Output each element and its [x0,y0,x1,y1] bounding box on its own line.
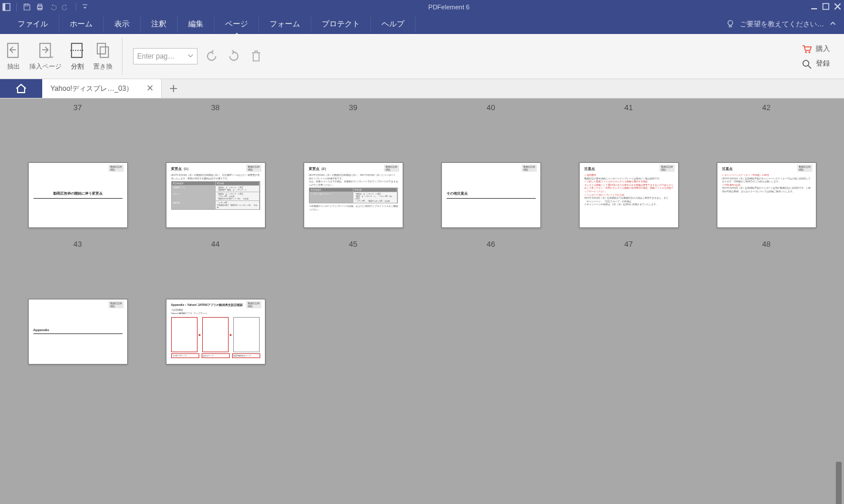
page-slot-40[interactable]: 40 動画広告枠開始 その他注意点 [431,103,551,228]
app-logo-icon [2,3,11,11]
svg-rect-12 [100,47,108,57]
page-number: 45 [349,240,357,248]
delete-button[interactable] [248,48,264,64]
menu-view[interactable]: 表示 [104,15,141,33]
replace-label: 置き換 [93,62,113,71]
rotate-left-button[interactable] [203,48,220,64]
menu-edit[interactable]: 編集 [178,15,215,33]
menu-protect[interactable]: プロテクト [311,15,371,33]
page-slot-37[interactable]: 37 動画広告枠開始 動画広告枠の開始に伴う変更点 [18,103,138,228]
chevron-down-icon [188,52,193,60]
document-tab[interactable]: Yahoo!ディスプレ…_03） [42,79,162,98]
page-number: 43 [73,240,81,248]
menu-annotate[interactable]: 注釈 [141,15,178,33]
titlebar: PDFelement 6 [0,0,844,14]
page-slot-41[interactable]: 41 動画広告枠開始 注意点 ✓ 追加箇所 動画広告の表示項目にインポートテンプ… [569,103,689,228]
page-slot-38[interactable]: 38 動画広告枠開始 変更点（1） 2017年3月15日（水）の動画広告枠開始に… [155,103,275,228]
redo-icon[interactable] [62,3,70,11]
menu-help[interactable]: ヘルプ [371,15,416,33]
minimize-icon[interactable] [810,2,818,12]
collapse-ribbon-icon[interactable] [829,19,837,29]
page-number: 38 [211,103,219,112]
undo-icon[interactable] [49,3,57,11]
scrollbar-thumb[interactable] [836,462,842,504]
extract-button[interactable]: 抽出 [6,42,21,71]
split-button[interactable]: 分割 [70,42,85,71]
menu-home[interactable]: ホーム [59,15,104,33]
replace-button[interactable]: 置き換 [93,42,113,71]
buy-label: 購入 [816,44,830,54]
svg-rect-6 [823,4,829,9]
maximize-icon[interactable] [822,2,830,12]
toolbar: 抽出 挿入ページ 分割 置き換 Enter pag… 購入 登録 [0,34,844,79]
svg-point-15 [803,60,809,66]
page-slot-39[interactable]: 39 動画広告枠開始 変更点（2） 2017年3月15日（水）の動画広告枠開始に… [293,103,413,228]
page-number-input[interactable]: Enter pag… [133,48,198,64]
feedback-text[interactable]: ご要望を教えてください… [740,19,824,29]
svg-point-14 [809,51,811,53]
rotate-right-button[interactable] [226,48,242,64]
qat-dropdown-icon[interactable] [82,4,88,10]
register-button[interactable]: 登録 [802,59,830,69]
register-label: 登録 [816,59,830,69]
page-slot-44[interactable]: 44 動画広告枠開始 Appendix：Yahoo! JAPANアプリの動画再生… [155,240,275,365]
page-slot-47: 47 [569,240,689,365]
menu-file[interactable]: ファイル [7,15,59,33]
close-icon[interactable] [833,2,842,12]
document-tab-label: Yahoo!ディスプレ…_03） [50,84,133,94]
extract-label: 抽出 [7,62,20,71]
page-number: 41 [624,103,632,112]
page-number: 40 [486,103,495,112]
svg-point-7 [728,21,733,25]
page-slot-46: 46 [431,240,551,365]
page-slot-48: 48 [706,240,826,365]
menu-page[interactable]: ページ [215,15,259,33]
insert-label: 挿入ページ [29,62,62,71]
svg-point-13 [805,51,807,53]
menu-form[interactable]: フォーム [259,15,311,33]
insert-button[interactable]: 挿入ページ [29,42,62,71]
save-icon[interactable] [23,3,31,11]
svg-rect-1 [3,4,5,11]
page-number: 42 [762,103,770,112]
page-number: 46 [486,240,495,248]
page-input-placeholder: Enter pag… [137,52,175,60]
buy-button[interactable]: 購入 [802,44,830,54]
page-number: 37 [73,103,81,112]
split-label: 分割 [71,62,84,71]
add-tab-button[interactable] [162,79,185,98]
svg-rect-8 [8,43,18,57]
svg-rect-2 [25,4,28,6]
page-number: 44 [211,240,219,248]
page-number: 48 [762,240,770,248]
page-number: 39 [349,103,357,112]
print-icon[interactable] [36,3,44,11]
home-tab[interactable] [0,79,42,98]
svg-rect-9 [40,43,50,57]
page-thumbnails-workspace: 37 動画広告枠開始 動画広告枠の開始に伴う変更点 38 動画広告枠開始 変更点… [0,98,844,504]
svg-rect-11 [97,43,106,54]
page-tools-group: 抽出 挿入ページ 分割 置き換 [6,38,122,75]
lightbulb-icon [726,19,735,30]
page-slot-42[interactable]: 42 動画広告枠開始 注意点 ✓ キャンペーンエディター（YDN版）の利用 20… [706,103,826,228]
menubar: ファイル ホーム 表示 注釈 編集 ページ フォーム プロテクト ヘルプ ご要望… [0,14,844,34]
page-number: 47 [624,240,632,248]
tabbar: Yahoo!ディスプレ…_03） [0,79,844,98]
svg-rect-4 [38,4,42,6]
page-slot-43[interactable]: 43 動画広告枠開始 Appendix [18,240,138,365]
app-title: PDFelement 6 [88,4,810,11]
page-slot-45: 45 [293,240,413,365]
close-tab-icon[interactable] [147,84,153,93]
